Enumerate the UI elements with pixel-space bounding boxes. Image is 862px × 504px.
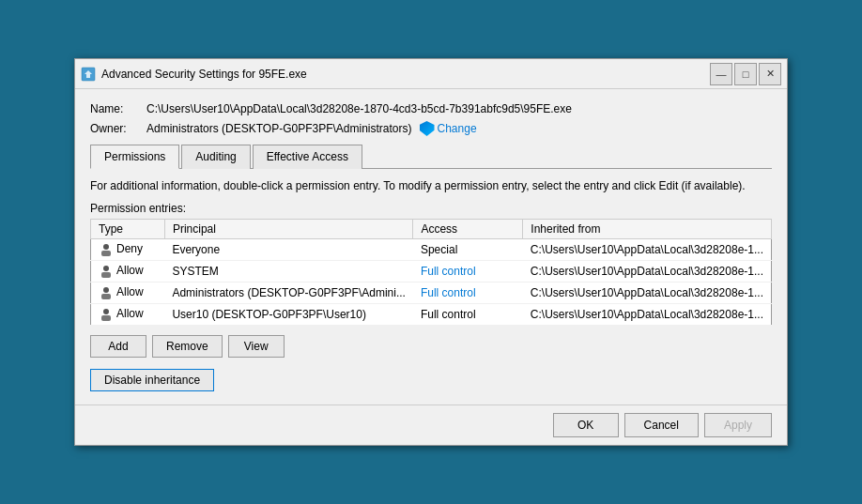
dialog-window: Advanced Security Settings for 95FE.exe … (74, 58, 788, 446)
svg-rect-8 (101, 315, 111, 321)
maximize-button[interactable]: □ (734, 63, 757, 85)
disable-inheritance-button[interactable]: Disable inheritance (90, 369, 214, 391)
info-text: For additional information, double-click… (90, 178, 772, 194)
disable-inheritance-row: Disable inheritance (90, 369, 772, 391)
cell-type: Allow (91, 303, 165, 325)
dialog-content: Name: C:\Users\User10\AppData\Local\3d28… (75, 89, 787, 405)
col-header-type: Type (91, 219, 165, 238)
table-row[interactable]: AllowSYSTEMFull controlC:\Users\User10\A… (91, 260, 772, 282)
col-header-access: Access (413, 219, 523, 238)
view-button[interactable]: View (228, 335, 285, 358)
svg-point-5 (103, 287, 109, 293)
minimize-button[interactable]: — (710, 63, 732, 85)
section-label: Permission entries: (90, 202, 772, 215)
svg-rect-6 (101, 294, 111, 299)
svg-point-3 (103, 266, 109, 271)
cancel-button[interactable]: Cancel (624, 413, 699, 437)
ok-button[interactable]: OK (553, 413, 619, 437)
apply-button[interactable]: Apply (704, 413, 772, 437)
name-row: Name: C:\Users\User10\AppData\Local\3d28… (90, 102, 772, 115)
cell-inherited: C:\Users\User10\AppData\Local\3d28208e-1… (523, 282, 772, 303)
close-button[interactable]: ✕ (759, 63, 781, 85)
cell-inherited: C:\Users\User10\AppData\Local\3d28208e-1… (523, 260, 772, 282)
remove-button[interactable]: Remove (152, 335, 223, 358)
dialog-title: Advanced Security Settings for 95FE.exe (101, 68, 307, 81)
name-value: C:\Users\User10\AppData\Local\3d28208e-1… (146, 102, 572, 115)
svg-point-1 (103, 244, 109, 250)
dialog-icon (81, 67, 96, 82)
tab-effective-access[interactable]: Effective Access (253, 145, 362, 169)
dialog-footer: OK Cancel Apply (75, 405, 787, 445)
tab-auditing[interactable]: Auditing (181, 145, 250, 169)
tabs-bar: Permissions Auditing Effective Access (90, 144, 772, 169)
col-header-principal: Principal (164, 219, 413, 238)
action-buttons: Add Remove View (90, 335, 772, 358)
owner-row: Owner: Administrators (DESKTOP-G0PF3PF\A… (90, 121, 772, 136)
cell-type: Allow (91, 260, 165, 282)
title-bar-left: Advanced Security Settings for 95FE.exe (81, 67, 307, 82)
cell-type: Allow (91, 282, 165, 303)
table-row[interactable]: AllowUser10 (DESKTOP-G0PF3PF\User10)Full… (91, 303, 772, 325)
name-label: Name: (90, 102, 146, 115)
shield-icon (420, 121, 435, 136)
cell-principal: Everyone (164, 238, 413, 260)
table-row[interactable]: DenyEveryoneSpecialC:\Users\User10\AppDa… (91, 238, 772, 260)
add-button[interactable]: Add (90, 335, 146, 358)
cell-type: Deny (91, 238, 165, 260)
cell-access: Full control (413, 260, 523, 282)
owner-value: Administrators (DESKTOP-G0PF3PF\Administ… (146, 122, 412, 135)
permissions-table: Type Principal Access Inherited from Den… (90, 219, 772, 326)
col-header-inherited: Inherited from (523, 219, 772, 238)
cell-access: Full control (413, 303, 523, 325)
cell-access: Full control (413, 282, 523, 303)
svg-rect-4 (101, 272, 111, 278)
tab-permissions[interactable]: Permissions (90, 145, 179, 169)
title-bar-buttons: — □ ✕ (710, 63, 781, 85)
svg-rect-2 (101, 251, 111, 256)
svg-point-7 (103, 309, 109, 314)
cell-inherited: C:\Users\User10\AppData\Local\3d28208e-1… (523, 303, 772, 325)
title-bar: Advanced Security Settings for 95FE.exe … (75, 59, 787, 89)
table-row[interactable]: AllowAdministrators (DESKTOP-G0PF3PF\Adm… (91, 282, 772, 303)
cell-principal: SYSTEM (164, 260, 413, 282)
cell-inherited: C:\Users\User10\AppData\Local\3d28208e-1… (523, 238, 772, 260)
owner-label: Owner: (90, 122, 146, 135)
cell-principal: User10 (DESKTOP-G0PF3PF\User10) (164, 303, 413, 325)
change-link[interactable]: Change (420, 121, 477, 136)
cell-principal: Administrators (DESKTOP-G0PF3PF\Admini..… (164, 282, 413, 303)
cell-access: Special (413, 238, 523, 260)
